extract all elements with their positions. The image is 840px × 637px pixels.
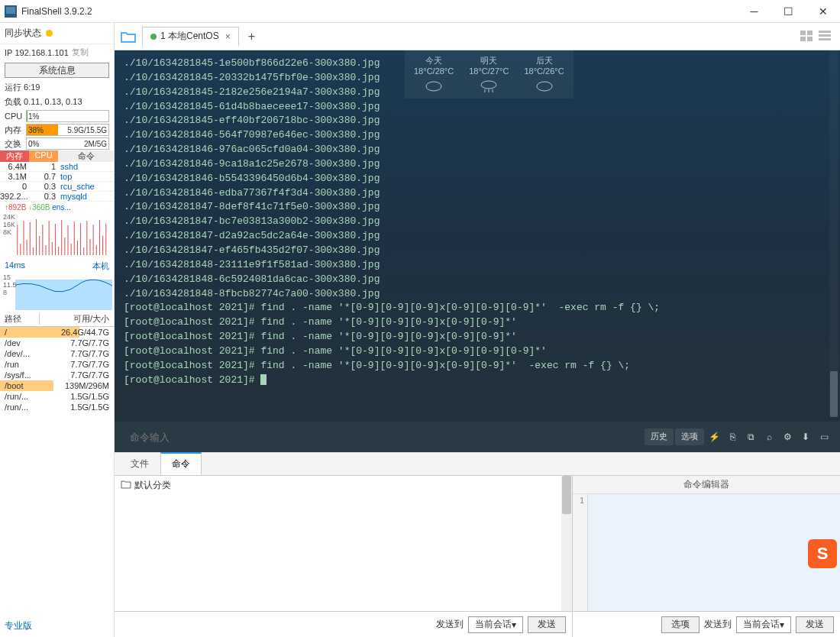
terminal-scrollbar[interactable]	[829, 50, 838, 416]
send-button[interactable]: 发送	[528, 616, 566, 633]
svg-rect-1	[6, 7, 15, 14]
weather-day: 今天18°C/28°C	[414, 55, 454, 94]
ping-graph: 1511.58	[2, 273, 112, 312]
network-speed: ↑892B ↓360B ens...	[0, 202, 114, 213]
process-table: 内存CPU命令 6.4M1sshd3.1M0.7top00.3rcu_sche3…	[0, 150, 114, 202]
svg-rect-4	[807, 31, 813, 35]
command-input[interactable]	[130, 432, 645, 443]
app-title: FinalShell 3.9.2.2	[21, 6, 737, 17]
clipboard-icon[interactable]: ⎘	[724, 428, 741, 445]
disk-row[interactable]: /run7.7G/7.7G	[0, 359, 114, 370]
add-tab-button[interactable]: +	[244, 30, 260, 44]
weather-day: 明天18°C/27°C	[469, 55, 509, 94]
mem-usage: 内存38%5.9G/15.5G	[0, 123, 114, 137]
close-button[interactable]: ✕	[806, 0, 840, 22]
rain-icon	[478, 79, 499, 94]
terminal[interactable]: 今天18°C/28°C明天18°C/27°C后天18°C/26°C ./10/1…	[115, 50, 840, 452]
scope-select[interactable]: 当前会话 ▾	[468, 616, 523, 633]
editor-title: 命令编辑器	[573, 476, 840, 494]
disk-header: 路径可用/大小	[0, 312, 114, 327]
fullscreen-icon[interactable]: ▭	[816, 428, 832, 445]
disk-row[interactable]: /run/...1.5G/1.5G	[0, 391, 114, 402]
search-icon[interactable]: ⌕	[761, 428, 777, 445]
swap-usage: 交换0%2M/5G	[0, 137, 114, 150]
sidebar: 同步状态 IP 192.168.1.101 复制 系统信息 运行 6:19 负载…	[0, 23, 115, 637]
process-row[interactable]: 00.3rcu_sche	[0, 182, 114, 192]
status-dot-icon	[46, 30, 53, 37]
settings-icon[interactable]: ⚙	[779, 428, 796, 445]
process-row[interactable]: 3.1M0.7top	[0, 172, 114, 182]
editor-scope-select[interactable]: 当前会话 ▾	[736, 616, 791, 633]
svg-point-11	[481, 81, 496, 89]
tree-root-item[interactable]: 默认分类	[121, 479, 566, 492]
disk-row[interactable]: /26.4G/44.7G	[0, 327, 114, 338]
command-tree[interactable]: 默认分类	[115, 476, 572, 611]
grid-view-icon[interactable]	[800, 31, 816, 43]
editor-gutter: 1	[573, 494, 588, 611]
svg-point-10	[426, 82, 441, 91]
disk-row[interactable]: /dev7.7G/7.7G	[0, 338, 114, 348]
command-editor[interactable]: 1	[573, 494, 840, 611]
app-icon	[5, 5, 17, 18]
sendto-label: 发送到	[436, 618, 464, 631]
sync-status: 同步状态	[0, 23, 114, 44]
download-icon[interactable]: ⬇	[797, 428, 814, 445]
tree-scrollbar[interactable]	[561, 476, 572, 611]
tab-connection[interactable]: 1 本地CentOS×	[142, 27, 239, 47]
editor-sendto-label: 发送到	[704, 618, 732, 631]
copy-icon[interactable]: ⧉	[742, 428, 759, 445]
options-button[interactable]: 选项	[675, 428, 704, 445]
disk-list: /26.4G/44.7G/dev7.7G/7.7G/dev/...7.7G/7.…	[0, 327, 114, 412]
editor-send-button[interactable]: 发送	[796, 616, 834, 633]
pro-link[interactable]: 专业版	[0, 615, 114, 637]
maximize-button[interactable]: ☐	[771, 0, 806, 22]
minimize-button[interactable]: ─	[737, 0, 771, 22]
cpu-usage: CPU1%	[0, 109, 114, 123]
close-tab-icon[interactable]: ×	[225, 31, 231, 42]
weather-widget: 今天18°C/28°C明天18°C/27°C后天18°C/26°C	[405, 50, 573, 99]
svg-point-15	[537, 82, 552, 91]
ip-row: IP 192.168.1.101 复制	[0, 44, 114, 60]
network-graph: 24K16K8K	[2, 213, 112, 259]
disk-row[interactable]: /dev/...7.7G/7.7G	[0, 348, 114, 359]
tab-bar: 1 本地CentOS× +	[115, 23, 840, 50]
process-row[interactable]: 6.4M1sshd	[0, 162, 114, 172]
cloud-icon	[534, 79, 555, 94]
titlebar: FinalShell 3.9.2.2 ─ ☐ ✕	[0, 0, 840, 23]
disk-row[interactable]: /run/...1.5G/1.5G	[0, 402, 114, 412]
svg-rect-3	[800, 31, 806, 35]
copy-button[interactable]: 复制	[72, 47, 89, 58]
svg-rect-5	[800, 37, 806, 41]
svg-rect-8	[819, 34, 831, 37]
folder-icon[interactable]	[119, 27, 137, 46]
editor-options-button[interactable]: 选项	[661, 616, 699, 633]
weather-day: 后天18°C/26°C	[524, 55, 564, 94]
uptime: 运行 6:19	[0, 80, 114, 95]
cloud-icon	[423, 79, 444, 94]
tab-files[interactable]: 文件	[119, 453, 160, 475]
list-view-icon[interactable]	[819, 31, 834, 43]
history-button[interactable]: 历史	[645, 428, 674, 445]
bolt-icon[interactable]: ⚡	[706, 428, 722, 445]
disk-row[interactable]: /sys/f...7.7G/7.7G	[0, 370, 114, 380]
svg-rect-6	[807, 37, 813, 41]
load-avg: 负载 0.11, 0.13, 0.13	[0, 95, 114, 109]
tab-commands[interactable]: 命令	[160, 452, 202, 475]
command-bar: 历史 选项 ⚡ ⎘ ⧉ ⌕ ⚙ ⬇ ▭	[115, 422, 840, 452]
ping-row: 14ms本机	[0, 259, 114, 273]
svg-rect-9	[819, 38, 831, 40]
bottom-tab-bar: 文件 命令	[115, 452, 840, 475]
folder-outline-icon	[121, 480, 131, 491]
disk-row[interactable]: /boot139M/296M	[0, 380, 114, 391]
system-info-button[interactable]: 系统信息	[5, 63, 109, 78]
svg-rect-7	[819, 31, 831, 33]
process-row[interactable]: 392.2...0.3mysqld	[0, 192, 114, 202]
external-app-icon[interactable]: S	[808, 539, 837, 568]
ip-value: 192.168.1.101	[15, 48, 68, 57]
connected-icon	[150, 34, 157, 40]
